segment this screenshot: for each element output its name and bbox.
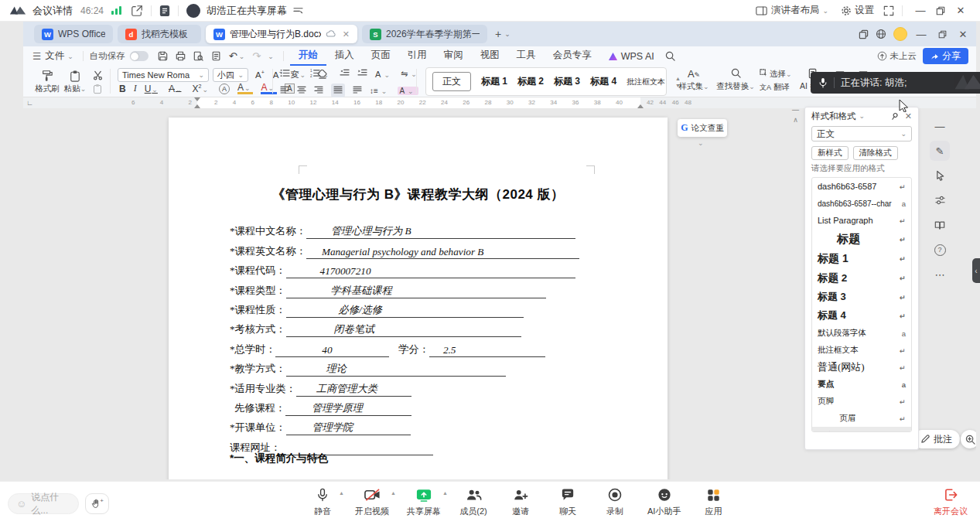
tab-wps-home[interactable]: W WPS Office (34, 25, 113, 43)
ribbon-tab-insert[interactable]: 插入 (326, 46, 363, 66)
indent-marker-first[interactable] (194, 97, 200, 101)
print-preview-icon[interactable] (193, 51, 203, 61)
wps-close-button[interactable]: ✕ (956, 29, 970, 40)
side-help-icon[interactable]: ? (930, 240, 950, 260)
align-center-icon[interactable] (297, 86, 306, 95)
numbered-list-icon[interactable]: 12⌄ (310, 69, 333, 79)
format-painter-button[interactable]: 格式刷 (34, 68, 60, 94)
style-balloon-text[interactable]: 批注框文本 (627, 77, 665, 87)
settings-button[interactable]: 设置 (855, 4, 874, 17)
close-button[interactable]: ✕ (951, 5, 971, 16)
style-item[interactable]: 普通(网站)↵ (812, 359, 911, 376)
font-size-select[interactable]: 小四⌄ (213, 68, 248, 82)
cut-icon[interactable] (93, 70, 103, 82)
align-justify-icon[interactable] (331, 84, 345, 97)
side-collapse-icon[interactable]: — (930, 116, 950, 136)
style-normal[interactable]: 正文 (432, 72, 471, 91)
ribbon-tab-reference[interactable]: 引用 (399, 46, 435, 66)
video-options-caret[interactable]: ▲ (391, 490, 396, 496)
invite-button[interactable]: 邀请 (506, 487, 535, 517)
leave-meeting-button[interactable]: 离开会议 (934, 488, 968, 517)
style-item[interactable]: dash6b63-6587↵ (812, 178, 911, 195)
line-spacing-icon[interactable]: ↕≡⌄ (370, 87, 390, 95)
select-button[interactable]: 选择⌄ (760, 69, 795, 80)
meeting-doc-icon[interactable] (159, 5, 170, 17)
tab-close-icon[interactable]: ✕ (343, 29, 350, 39)
ribbon-tab-tools[interactable]: 工具 (508, 46, 545, 66)
paste-special-icon[interactable] (93, 84, 102, 96)
paper-check-button[interactable]: G论文查重 (678, 119, 727, 137)
chevron-down-icon[interactable]: ⌄ (859, 112, 866, 120)
superscript-button[interactable]: X2⌄ (192, 84, 210, 94)
paper-check-chevron-icon[interactable]: ⌄ (698, 139, 704, 147)
strikethrough-button[interactable]: A⌄ (169, 84, 185, 94)
maximize-button[interactable] (930, 6, 951, 15)
style-item[interactable]: 默认段落字体a (812, 325, 911, 342)
ai-assistant-button[interactable]: AI小助手 (647, 487, 681, 517)
bold-button[interactable]: B (119, 84, 126, 94)
italic-button[interactable]: I (134, 83, 137, 94)
find-replace-button[interactable]: 查找替换⌄ (713, 68, 758, 92)
ribbon-tab-home[interactable]: 开始 (290, 46, 326, 66)
redo-icon[interactable]: ↷ (252, 50, 261, 62)
record-button[interactable]: 录制 (600, 487, 630, 517)
style-item[interactable]: 页脚↵ (812, 393, 911, 410)
shading-icon[interactable]: A⌄ (398, 87, 418, 95)
video-button[interactable]: ▲ 开启视频 (355, 487, 389, 517)
style-item[interactable]: 标题 4↵ (812, 306, 911, 325)
text-effects-button[interactable]: A (219, 84, 230, 94)
wps-restore-button[interactable] (935, 30, 949, 39)
split-window-icon[interactable] (859, 29, 869, 39)
style-heading4[interactable]: 标题 4 (590, 75, 616, 88)
paste-button[interactable]: 粘贴⌄ (62, 68, 88, 94)
style-item[interactable]: dash6b63-6587--chara (812, 195, 911, 212)
side-select-cursor-icon[interactable] (930, 165, 950, 186)
tab-schedule-sheet[interactable]: S 2026学年春季学期第一周课表 (1)智 (362, 25, 487, 43)
style-item[interactable]: 批注框文本↵ (812, 342, 911, 359)
style-item[interactable]: 要点a (812, 376, 911, 393)
open-external-icon[interactable] (131, 5, 143, 17)
underline-button[interactable]: U⌄ (145, 84, 161, 94)
mute-options-caret[interactable]: ▲ (339, 490, 344, 496)
save-icon[interactable] (158, 51, 168, 61)
style-item[interactable]: 标题↵ (812, 229, 911, 249)
apps-button[interactable]: 应用 (698, 487, 728, 517)
quickbar-chevron-icon[interactable]: ⌄ (268, 53, 274, 60)
autosave-toggle[interactable] (130, 51, 149, 61)
side-more-icon[interactable]: ⋯ (930, 264, 950, 285)
fullscreen-icon[interactable] (883, 5, 894, 16)
members-button[interactable]: 成员(2) (459, 487, 488, 517)
style-item[interactable]: 标题 1↵ (812, 249, 911, 268)
export-pdf-icon[interactable] (211, 51, 221, 61)
user-avatar[interactable] (893, 27, 907, 41)
cjk-layout-icon[interactable]: ⇋⌄ (401, 69, 420, 79)
increase-font-icon[interactable]: A+ (255, 70, 265, 80)
bullet-list-icon[interactable]: ⌄ (280, 69, 302, 79)
text-direction-icon[interactable]: A⌄ (375, 70, 393, 79)
wps-ai-button[interactable]: WPS AI (608, 51, 654, 62)
reaction-hand-button[interactable]: + (85, 493, 109, 514)
style-set-button[interactable]: A✎ 样式集⌄ (677, 68, 711, 92)
undo-icon[interactable]: ↶⌄ (229, 50, 244, 62)
font-family-select[interactable]: Times New Roma⌄ (118, 68, 209, 82)
clear-format-button[interactable]: 清除格式 (853, 146, 898, 160)
meeting-detail-link[interactable]: 会议详情 (32, 4, 73, 18)
style-item[interactable]: 页眉↵ (812, 410, 911, 427)
new-tab-button[interactable]: + (495, 28, 501, 40)
cloud-status[interactable]: 未上云 (877, 50, 917, 62)
tab-docer-templates[interactable]: d 找稻壳模板 (118, 25, 201, 43)
side-notebook-icon[interactable] (930, 215, 950, 235)
style-dropdown[interactable]: 正文⌄ (811, 126, 912, 141)
ribbon-tab-page[interactable]: 页面 (363, 46, 399, 66)
chat-button[interactable]: 聊天 (553, 487, 582, 517)
screen-share-button[interactable]: ▲ 共享屏幕 (407, 487, 441, 517)
style-heading2[interactable]: 标题 2 (517, 75, 544, 88)
wps-minimize-button[interactable]: — (914, 29, 928, 40)
increase-indent-icon[interactable] (357, 69, 367, 79)
mute-button[interactable]: ▲ 静音 (308, 487, 337, 517)
style-item-selected[interactable]: 正文↵ (812, 427, 911, 432)
comment-button[interactable]: 批注 (913, 430, 960, 448)
side-adjust-toggle-icon[interactable] (930, 190, 950, 210)
zoom-button[interactable] (961, 430, 976, 448)
highlight-button[interactable]: A⌄ (237, 83, 254, 94)
